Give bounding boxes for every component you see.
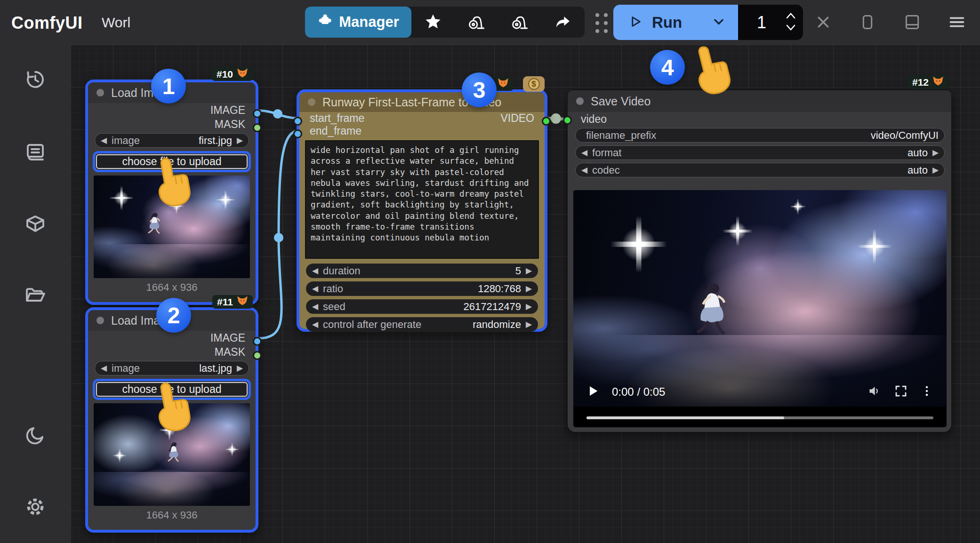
output-port-image[interactable] — [253, 109, 262, 118]
video-frame — [573, 190, 947, 407]
favorites-button[interactable] — [411, 7, 455, 38]
output-port-mask[interactable] — [253, 123, 262, 132]
manager-label: Manager — [339, 14, 399, 31]
sidebar-item-workflows[interactable] — [20, 280, 50, 311]
output-port-image[interactable] — [253, 337, 262, 346]
clean-workflow-button-2[interactable] — [498, 7, 541, 38]
fox-icon — [237, 295, 248, 308]
increment-arrow-icon[interactable]: ▶ — [526, 303, 532, 311]
format-widget[interactable]: ◀ format auto ▶ — [575, 145, 945, 160]
seed-widget[interactable]: ◀ seed 2617212479 ▶ — [306, 299, 538, 314]
decrement-arrow-icon[interactable]: ◀ — [312, 285, 318, 293]
image-combo-widget[interactable]: ◀ image last.jpg ▶ — [95, 361, 249, 375]
stepper-down-icon[interactable] — [785, 24, 796, 33]
comfyui-app: ComfyUI Worl Manager — [0, 0, 980, 543]
increment-arrow-icon[interactable]: ▶ — [237, 136, 243, 144]
share-button[interactable] — [541, 7, 585, 38]
increment-arrow-icon[interactable]: ▶ — [526, 285, 532, 293]
decrement-arrow-icon[interactable]: ◀ — [101, 364, 107, 372]
cancel-run-button[interactable] — [813, 12, 834, 33]
output-label-image: IMAGE — [210, 332, 245, 344]
bottom-panel-toggle-button[interactable] — [902, 12, 923, 33]
batch-count-stepper[interactable]: 1 — [738, 5, 803, 40]
node-save-video[interactable]: #12 Save Video video filename_prefix vid… — [567, 89, 952, 433]
vacuum-icon — [467, 12, 486, 32]
input-port-start-frame[interactable] — [293, 117, 302, 126]
close-icon — [815, 14, 832, 32]
collapse-dot[interactable] — [96, 89, 104, 96]
input-port-end-frame[interactable] — [293, 129, 302, 138]
video-progress-bar[interactable] — [586, 416, 933, 419]
output-label-image: IMAGE — [210, 104, 245, 117]
price-dollar-icon: $ — [528, 78, 540, 90]
node-runway-flf-to-video[interactable]: #9 $ Runway First-Last-Frame to Video st… — [297, 89, 547, 332]
node-title: Save Video — [591, 95, 651, 108]
input-label-start-frame: start_frame — [310, 112, 364, 125]
focus-mode-button[interactable] — [857, 12, 878, 33]
play-button[interactable] — [586, 384, 600, 399]
image-dimensions: 1664 x 936 — [88, 509, 256, 521]
ratio-widget[interactable]: ◀ ratio 1280:768 ▶ — [306, 281, 538, 296]
fox-icon — [498, 78, 509, 90]
sidebar-item-history[interactable] — [20, 65, 50, 95]
kebab-menu-icon[interactable] — [920, 384, 933, 399]
output-port-mask[interactable] — [253, 351, 262, 360]
node-title-bar[interactable]: Runway First-Last-Frame to Video — [299, 92, 545, 112]
theme-moon-icon — [24, 424, 47, 448]
step-circle-4: 4 — [650, 50, 685, 85]
input-port-video[interactable] — [563, 116, 572, 125]
increment-arrow-icon[interactable]: ▶ — [237, 364, 243, 372]
decrement-arrow-icon[interactable]: ◀ — [581, 166, 587, 174]
prompt-textarea[interactable]: wide horizontal pan shot of a girl runni… — [305, 140, 539, 259]
collapse-dot[interactable] — [576, 97, 584, 105]
output-port-video[interactable] — [542, 117, 551, 126]
theme-toggle-button[interactable] — [20, 421, 50, 451]
fullscreen-icon[interactable] — [894, 384, 908, 400]
codec-widget[interactable]: ◀ codec auto ▶ — [575, 163, 945, 177]
increment-arrow-icon[interactable]: ▶ — [932, 166, 939, 174]
settings-button[interactable] — [20, 492, 50, 522]
video-player[interactable]: 0:00 / 0:05 — [573, 190, 947, 427]
play-outline-icon — [628, 15, 643, 30]
toolbar-drag-handle[interactable] — [592, 11, 611, 35]
image-dimensions: 1664 x 936 — [88, 281, 256, 294]
manager-button[interactable]: Manager — [305, 7, 411, 38]
volume-icon[interactable] — [868, 384, 882, 400]
stepper-up-icon[interactable] — [785, 12, 796, 21]
decrement-arrow-icon[interactable]: ◀ — [312, 267, 318, 275]
control-after-generate-widget[interactable]: ◀ control after generate randomize ▶ — [306, 317, 538, 332]
decrement-arrow-icon[interactable]: ◀ — [581, 149, 587, 157]
image-combo-widget[interactable]: ◀ image first.jpg ▶ — [95, 133, 249, 148]
node-title-bar[interactable]: Save Video — [568, 90, 951, 112]
app-logo: ComfyUI — [11, 13, 83, 33]
input-label-video: video — [581, 113, 607, 126]
decrement-arrow-icon[interactable]: ◀ — [312, 303, 318, 311]
workflows-folder-icon — [24, 284, 47, 308]
node-id-badge: #11 — [212, 295, 253, 309]
increment-arrow-icon[interactable]: ▶ — [526, 320, 532, 328]
output-label-mask: MASK — [215, 118, 245, 131]
decrement-arrow-icon[interactable]: ◀ — [312, 320, 318, 328]
left-sidebar — [0, 45, 71, 543]
chevron-down-icon[interactable] — [712, 15, 726, 30]
collapse-dot[interactable] — [96, 317, 104, 324]
collapse-dot[interactable] — [308, 98, 315, 106]
girl-silhouette — [161, 440, 187, 466]
decrement-arrow-icon[interactable]: ◀ — [101, 136, 107, 144]
increment-arrow-icon[interactable]: ▶ — [932, 149, 939, 157]
clean-workflow-button[interactable] — [455, 7, 498, 38]
workflow-tab-name[interactable]: Worl — [102, 15, 130, 31]
vacuum-icon — [510, 12, 529, 32]
duration-widget[interactable]: ◀ duration 5 ▶ — [306, 264, 538, 278]
filename-prefix-widget[interactable]: filename_prefix video/ComfyUI — [575, 128, 945, 143]
increment-arrow-icon[interactable]: ▶ — [526, 267, 532, 275]
sidebar-item-model-library[interactable] — [20, 209, 50, 240]
input-label-end-frame: end_frame — [310, 125, 361, 137]
node-id-badge: #10 — [212, 67, 253, 81]
top-menubar: ComfyUI Worl Manager — [0, 0, 980, 45]
run-button[interactable]: Run — [613, 5, 738, 40]
focus-mode-icon — [859, 13, 876, 32]
main-menu-button[interactable] — [947, 12, 967, 33]
sidebar-item-node-library[interactable] — [20, 137, 50, 168]
video-controls: 0:00 / 0:05 — [573, 377, 947, 407]
